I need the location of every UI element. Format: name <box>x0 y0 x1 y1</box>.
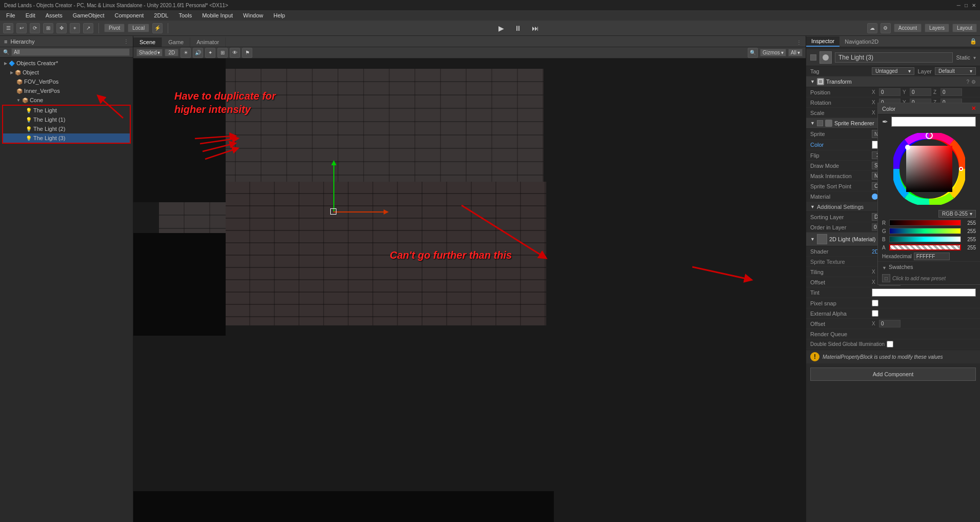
inspector-lock-icon[interactable]: 🔒 <box>970 38 977 45</box>
toolbar-icon-5[interactable]: ✥ <box>56 23 67 33</box>
light-icon: 💡 <box>26 117 32 123</box>
r-label: R <box>882 220 887 226</box>
offset-x-input2[interactable] <box>879 320 901 327</box>
close-btn[interactable]: ✕ <box>972 3 976 8</box>
a-slider-track[interactable] <box>889 244 961 250</box>
maximize-btn[interactable]: □ <box>965 3 968 8</box>
menu-window[interactable]: Window <box>241 11 265 20</box>
color-picker-close-btn[interactable]: ✕ <box>971 105 976 112</box>
menu-file[interactable]: File <box>4 11 17 20</box>
hierarchy-item-inner-vertpos[interactable]: 📦 Inner_VertPos <box>0 86 133 95</box>
pixel-snap-checkbox[interactable] <box>872 300 878 306</box>
inspector-tab[interactable]: Inspector <box>806 36 839 47</box>
scene-tab[interactable]: Scene <box>133 37 162 47</box>
scene-viewport[interactable]: Have to duplicate for higher intensity C… <box>133 59 806 522</box>
menu-2ddl[interactable]: 2DDL <box>152 11 170 20</box>
layers-btn[interactable]: Layers <box>925 24 949 32</box>
hierarchy-item-the-light[interactable]: 💡 The Light <box>3 106 130 115</box>
toolbar-icon-8[interactable]: ⚡ <box>152 23 163 33</box>
menu-help[interactable]: Help <box>271 11 287 20</box>
scene-nav-icon[interactable]: ⚑ <box>242 48 252 58</box>
gizmos-dropdown[interactable]: Gizmos ▾ <box>760 49 786 56</box>
settings-icon[interactable]: ⚙ <box>881 23 891 33</box>
cloud-icon[interactable]: ☁ <box>867 23 877 33</box>
toolbar-icon-7[interactable]: ↗ <box>83 23 93 33</box>
add-preset-btn[interactable]: □ <box>882 274 890 282</box>
toolbar-icon-2[interactable]: ↩ <box>16 23 27 33</box>
menu-gameobject[interactable]: GameObject <box>71 11 107 20</box>
hierarchy-options[interactable]: ⋮ <box>124 38 129 44</box>
rgb-mode-dropdown[interactable]: RGB 0-255 ▾ <box>938 210 976 218</box>
hierarchy-search-input[interactable] <box>11 48 130 56</box>
transform-section-header[interactable]: ▼ Transform ? ⚙ <box>806 76 980 87</box>
layer-label: Layer <box>917 68 932 74</box>
menu-component[interactable]: Component <box>112 11 146 20</box>
toolbar-icon-4[interactable]: ⊞ <box>43 23 53 33</box>
material-warning-text: MaterialPropertyBlock is used to modify … <box>823 354 943 360</box>
hierarchy-item-fov-vertpos[interactable]: 📦 FOV_VertPos <box>0 77 133 86</box>
scene-light-icon[interactable]: ☀ <box>181 48 191 58</box>
pause-btn[interactable]: ⏸ <box>511 23 525 33</box>
double-sided-checkbox[interactable] <box>887 341 893 347</box>
g-slider-track[interactable] <box>889 228 961 234</box>
question-icon[interactable]: ? <box>966 79 969 85</box>
scene-hidden-icon[interactable]: 👁 <box>230 48 240 58</box>
material-preview-icon <box>817 234 827 244</box>
position-x-field: X <box>872 88 901 96</box>
play-btn[interactable]: ▶ <box>495 23 507 33</box>
view-options[interactable]: ⋮ <box>792 38 806 47</box>
r-slider-track[interactable] <box>889 220 961 226</box>
hierarchy-item-object[interactable]: ▶ 📦 Object <box>0 68 133 77</box>
swatches-collapse-icon[interactable]: ▼ <box>882 265 887 270</box>
static-dropdown-icon[interactable]: ▾ <box>973 55 976 61</box>
hierarchy-item-the-light-2[interactable]: 💡 The Light (2) <box>3 124 130 133</box>
hierarchy-item-cone[interactable]: ▼ 📦 Cone <box>0 95 133 105</box>
menu-mobileinput[interactable]: Mobile Input <box>200 11 235 20</box>
layer-dropdown[interactable]: Default ▾ <box>935 67 976 75</box>
object-name-input[interactable] <box>835 52 953 63</box>
external-alpha-checkbox[interactable] <box>872 310 878 317</box>
position-x-input[interactable] <box>879 88 901 96</box>
all-layers-dropdown[interactable]: All ▾ <box>788 49 803 56</box>
game-tab[interactable]: Game <box>162 37 190 47</box>
tag-dropdown[interactable]: Untagged ▾ <box>872 67 914 75</box>
gear-icon[interactable]: ⚙ <box>971 79 976 85</box>
navigation2d-tab[interactable]: Navigation2D <box>839 37 884 46</box>
account-btn[interactable]: Account <box>894 24 922 32</box>
menu-tools[interactable]: Tools <box>176 11 194 20</box>
animator-tab[interactable]: Animator <box>190 37 226 47</box>
color-picker-eyedropper-row: ✒ <box>878 114 980 129</box>
transform-center-handle[interactable] <box>330 208 336 215</box>
scene-audio-icon[interactable]: 🔊 <box>193 48 203 58</box>
minimize-btn[interactable]: ─ <box>957 3 961 8</box>
layout-btn[interactable]: Layout <box>952 24 977 32</box>
pivot-btn[interactable]: Pivot <box>104 24 125 32</box>
toolbar-icon-6[interactable]: ⌖ <box>70 23 80 33</box>
toolbar-icon-1[interactable]: ☰ <box>3 23 13 33</box>
sprite-renderer-checkbox[interactable] <box>817 120 823 126</box>
menu-edit[interactable]: Edit <box>24 11 37 20</box>
tint-swatch[interactable] <box>872 288 976 297</box>
b-slider-track[interactable] <box>889 236 961 242</box>
shadow-bottom-left <box>133 233 226 336</box>
hex-input[interactable] <box>914 253 950 260</box>
local-btn[interactable]: Local <box>128 24 149 32</box>
menu-assets[interactable]: Assets <box>44 11 65 20</box>
hierarchy-item-the-light-1[interactable]: 💡 The Light (1) <box>3 115 130 124</box>
eyedropper-icon[interactable]: ✒ <box>882 118 888 126</box>
position-y-input[interactable] <box>910 88 931 96</box>
toolbar-icon-3[interactable]: ⟳ <box>30 23 40 33</box>
color-wheel-selector[interactable] <box>959 167 963 171</box>
scene-search-icon[interactable]: 🔍 <box>748 48 758 58</box>
position-z-input[interactable] <box>941 88 962 96</box>
step-btn[interactable]: ⏭ <box>529 23 542 33</box>
2d-btn[interactable]: 2D <box>165 49 178 56</box>
scene-grid-icon[interactable]: ⊞ <box>217 48 228 58</box>
color-wheel-area[interactable] <box>893 133 965 205</box>
scene-fx-icon[interactable]: ✦ <box>205 48 215 58</box>
active-checkbox[interactable] <box>810 54 816 61</box>
hierarchy-item-objects-creator[interactable]: ▶ 🔷 Objects Creator* <box>0 59 133 68</box>
hierarchy-item-the-light-3[interactable]: 💡 The Light (3) <box>3 133 130 143</box>
add-component-button[interactable]: Add Component <box>810 368 976 381</box>
shading-dropdown[interactable]: Shaded ▾ <box>136 49 163 56</box>
